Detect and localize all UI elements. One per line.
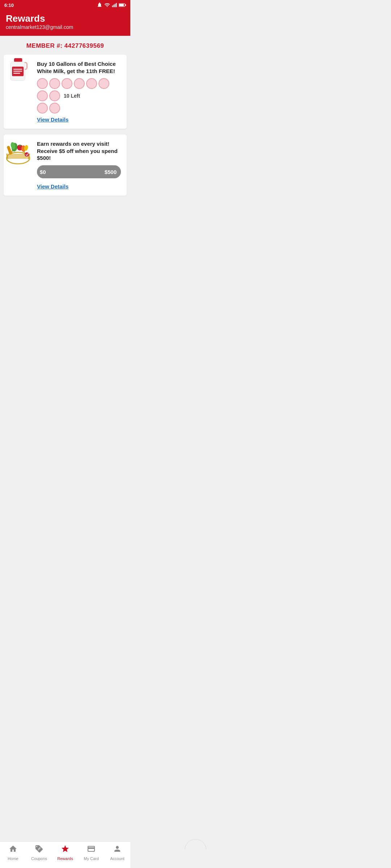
status-bar: 6:10 bbox=[0, 0, 130, 10]
svg-rect-2 bbox=[113, 5, 114, 7]
punch-dot bbox=[37, 78, 48, 89]
spending-card-content: Earn rewards on every visit! Receive $5 … bbox=[37, 140, 121, 190]
dots-left-label: 10 Left bbox=[64, 93, 80, 99]
svg-rect-12 bbox=[13, 69, 22, 70]
milk-card-content: Buy 10 Gallons of Best Choice White Milk… bbox=[37, 60, 121, 123]
svg-rect-7 bbox=[125, 4, 126, 6]
signal-icon bbox=[112, 2, 117, 8]
milk-view-details-link[interactable]: View Details bbox=[37, 116, 68, 123]
punch-dot bbox=[86, 78, 97, 89]
punch-dot bbox=[49, 103, 60, 114]
grocery-image bbox=[4, 135, 33, 167]
punch-dot bbox=[62, 78, 72, 89]
svg-rect-24 bbox=[19, 145, 21, 146]
svg-rect-1 bbox=[112, 5, 113, 7]
spending-progress-bar: $0 $500 bbox=[37, 165, 121, 178]
header: Rewards centralmarket123@gmail.com bbox=[0, 10, 130, 36]
punch-dots-row2 bbox=[37, 103, 121, 114]
svg-rect-6 bbox=[119, 4, 124, 6]
punch-dot bbox=[49, 90, 60, 101]
content-area: MEMBER #: 44277639569 Buy 10 Gallons bbox=[0, 36, 130, 245]
milk-image bbox=[4, 55, 33, 87]
spending-view-details-link[interactable]: View Details bbox=[37, 183, 68, 190]
milk-card-title: Buy 10 Gallons of Best Choice White Milk… bbox=[37, 60, 121, 75]
punch-dot bbox=[74, 78, 85, 89]
svg-rect-9 bbox=[14, 58, 22, 62]
svg-rect-14 bbox=[13, 73, 20, 74]
status-time: 6:10 bbox=[4, 3, 14, 8]
punch-dot bbox=[37, 90, 48, 101]
wifi-icon bbox=[104, 2, 110, 8]
spending-card-title: Earn rewards on every visit! Receive $5 … bbox=[37, 140, 121, 162]
svg-rect-13 bbox=[13, 71, 22, 72]
progress-end-label: $500 bbox=[105, 169, 117, 175]
punch-dot bbox=[37, 103, 48, 114]
notification-icon bbox=[97, 2, 102, 8]
battery-icon bbox=[119, 3, 126, 8]
svg-point-19 bbox=[25, 152, 29, 157]
milk-jug-icon bbox=[7, 56, 30, 85]
status-icons bbox=[97, 2, 126, 8]
punch-dot bbox=[49, 78, 60, 89]
member-number: MEMBER #: 44277639569 bbox=[0, 37, 130, 55]
grocery-basket-icon bbox=[4, 136, 33, 166]
member-number-value: 44277639569 bbox=[64, 42, 104, 49]
milk-reward-card: Buy 10 Gallons of Best Choice White Milk… bbox=[4, 55, 127, 129]
user-email: centralmarket123@gmail.com bbox=[6, 24, 125, 30]
spending-reward-card: Earn rewards on every visit! Receive $5 … bbox=[4, 135, 127, 196]
page-title: Rewards bbox=[6, 13, 125, 24]
progress-start-label: $0 bbox=[40, 169, 46, 175]
punch-dots: 10 Left bbox=[37, 78, 121, 101]
svg-rect-3 bbox=[115, 4, 115, 7]
svg-rect-4 bbox=[116, 3, 117, 7]
punch-dot bbox=[98, 78, 109, 89]
